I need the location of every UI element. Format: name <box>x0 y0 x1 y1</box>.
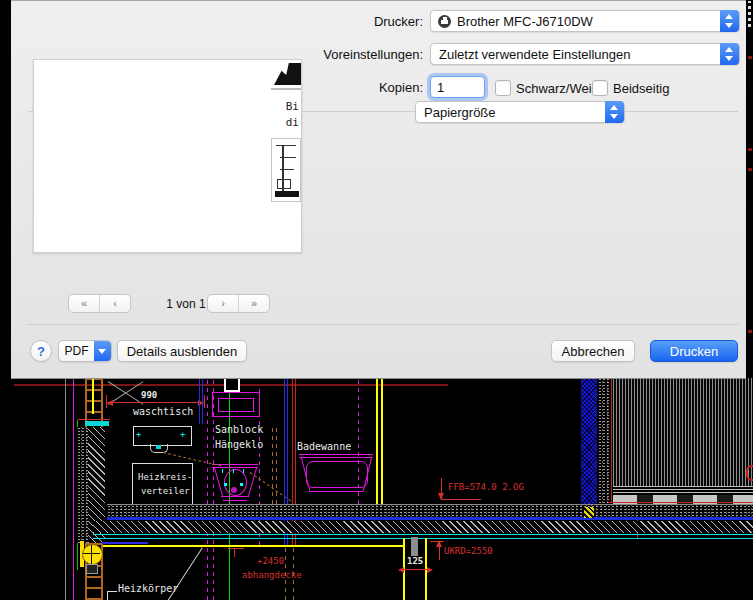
label-badewanne: Badewanne <box>297 442 351 452</box>
label-heizkoerper: Heizkörper <box>118 584 178 594</box>
wall-red-outline <box>608 502 753 503</box>
pdf-chevron-area <box>94 341 111 361</box>
chevron-down-icon <box>98 349 106 354</box>
column-yellow <box>376 378 378 520</box>
pager-back-segment: « ‹ <box>68 294 131 313</box>
ceiling-blue-segment <box>102 542 148 544</box>
wc-mark-cyan <box>233 469 234 473</box>
duct-gray <box>411 537 418 556</box>
footer-divider <box>28 324 738 325</box>
print-dialog: Drucker: Brother MFC-J6710DW Voreinstell… <box>11 0 746 379</box>
wall-red-edge <box>611 378 612 503</box>
wall-fitting-cyan <box>85 421 109 426</box>
benchmark-symbol <box>82 544 103 565</box>
wc-base <box>223 500 247 501</box>
axis-dashed-magenta <box>207 378 208 600</box>
print-button[interactable]: Drucken <box>650 340 738 362</box>
level-mark <box>228 548 244 549</box>
wc-top <box>212 467 258 468</box>
cistern-inner <box>218 398 254 412</box>
wc-base <box>221 496 249 497</box>
dim-990-text: 990 <box>141 390 157 400</box>
dim-125-arrow <box>427 567 433 573</box>
pager-first-button[interactable]: « <box>69 295 99 312</box>
preview-figure-rule <box>271 88 301 90</box>
printer-value: Brother MFC-J6710DW <box>457 14 593 29</box>
wc-drain <box>231 487 237 493</box>
popup-chevrons-icon <box>720 43 739 65</box>
popup-chevrons-icon <box>720 10 739 32</box>
benchmark-cross <box>91 545 92 564</box>
printer-popup[interactable]: Brother MFC-J6710DW <box>430 10 740 32</box>
tub-rim <box>299 454 373 455</box>
ceiling-cyan-line <box>93 538 753 539</box>
dim-990-arrow <box>107 400 113 406</box>
help-icon: ? <box>37 344 45 359</box>
tub-base <box>309 491 363 492</box>
wall-insulation-blue <box>581 378 597 506</box>
preview-figure-top <box>274 63 301 85</box>
cancel-button[interactable]: Abbrechen <box>551 340 635 362</box>
ceiling-yellow-line <box>103 545 403 547</box>
dim-125-arrow <box>398 567 404 573</box>
wall-red-glyph <box>746 465 753 481</box>
presets-popup[interactable]: Zuletzt verwendete Einstellungen <box>430 43 740 65</box>
wall-course-line <box>613 489 753 490</box>
pane-selector-popup[interactable]: Papiergröße <box>415 101 625 123</box>
cad-edge-mark <box>748 330 752 333</box>
details-toggle-button[interactable]: Details ausblenden <box>117 340 247 362</box>
tub-rim <box>299 457 373 458</box>
preview-text-snippet: Bi <box>286 100 299 113</box>
pane-selector-value: Papiergröße <box>424 105 496 120</box>
pager-forward-segment: › » <box>207 294 270 313</box>
pipe-dashed-brown <box>250 472 292 501</box>
ukrd-leader <box>430 541 444 542</box>
presets-value: Zuletzt verwendete Einstellungen <box>439 47 631 62</box>
copies-value: 1 <box>437 80 444 95</box>
printer-icon <box>438 15 451 28</box>
ffb-leader <box>441 499 481 500</box>
label-abhangdecke: abhangdecke <box>242 571 302 580</box>
details-toggle-label: Details ausblenden <box>127 344 238 359</box>
bw-checkbox-label: Schwarz/Weiß <box>516 81 600 96</box>
bw-checkbox[interactable] <box>495 80 511 96</box>
preview-text-snippet: di <box>286 116 299 129</box>
label-haengeklo: Hängeklo <box>215 440 263 450</box>
label-ffb: FFB=574.0 2.OG <box>448 483 524 492</box>
cancel-label: Abbrechen <box>562 344 625 359</box>
help-button[interactable]: ? <box>30 340 52 362</box>
washbasin-marker: + <box>180 429 185 439</box>
pager-next-button[interactable]: › <box>208 295 238 312</box>
copies-input[interactable]: 1 <box>430 76 485 98</box>
wc-mark-cyan <box>224 483 227 486</box>
pager-last-button[interactable]: » <box>238 295 269 312</box>
pager-prev-button[interactable]: ‹ <box>99 295 130 312</box>
section-marker-square <box>224 377 240 392</box>
wall-course-line <box>613 492 753 493</box>
pipe-line-magenta <box>73 378 74 600</box>
cad-edge-mark <box>748 148 752 151</box>
line-blue <box>202 378 203 424</box>
label-heizkreis: Heizkreis- <box>138 472 192 482</box>
pipe-line-yellow <box>92 378 94 414</box>
heizkoerper-bracket <box>107 591 108 600</box>
popup-chevrons-icon <box>605 101 624 123</box>
cad-edge-mark <box>748 168 752 171</box>
duplex-checkbox-label: Beidseitig <box>613 81 669 96</box>
floor-slab-hatch <box>93 521 753 533</box>
pdf-menu-button[interactable]: PDF <box>58 340 112 362</box>
screen: waschtisch + + 990 Heizkreis- verteiler … <box>0 0 753 600</box>
grid-line <box>65 378 66 600</box>
label-level-2450: +2450 <box>257 557 284 566</box>
duplex-checkbox[interactable] <box>592 80 608 96</box>
print-preview-page: Bi di <box>33 59 302 253</box>
heizkoerper-bracket <box>107 591 117 592</box>
axis-dashed-magenta <box>358 378 359 520</box>
benchmark-base <box>86 564 98 574</box>
wall-dense-hatch <box>613 378 753 486</box>
dim-990-line <box>106 402 205 403</box>
label-verteiler: verteiler <box>141 486 190 496</box>
label-ukrd: UKRD=2550 <box>444 547 493 556</box>
preview-figure-frame <box>271 138 301 202</box>
benchmark-cross <box>83 553 100 554</box>
